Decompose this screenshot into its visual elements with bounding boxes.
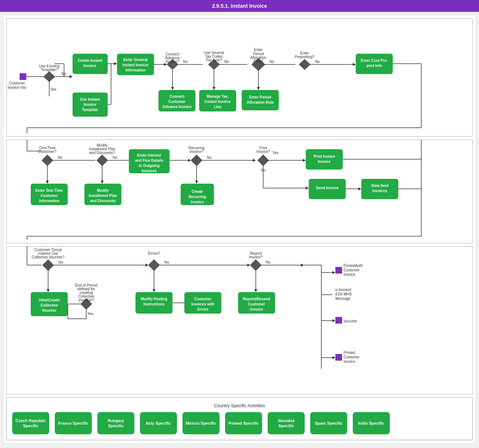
svg-text:Recurring: Recurring — [188, 195, 206, 199]
svg-text:Template: Template — [82, 108, 98, 112]
svg-text:Modify Posting: Modify Posting — [141, 297, 167, 301]
svg-marker-167 — [254, 289, 257, 292]
svg-text:Instant Invoice: Instant Invoice — [205, 100, 231, 104]
svg-text:No: No — [269, 60, 274, 64]
svg-text:Instant Invoice: Instant Invoice — [123, 63, 148, 67]
svg-text:Advance Invoice: Advance Invoice — [163, 105, 192, 109]
svg-text:Template?: Template? — [41, 68, 58, 72]
voucher-end — [335, 317, 342, 324]
svg-text:No: No — [266, 260, 271, 264]
country-box-poland[interactable]: Poland Specific — [225, 412, 262, 434]
svg-text:Invoice?: Invoice? — [256, 150, 270, 154]
svg-text:Voucher: Voucher — [344, 319, 357, 323]
svg-marker-118 — [358, 187, 361, 190]
svg-text:Reprint/Resend: Reprint/Resend — [243, 297, 270, 301]
svg-text:Allocation Rule: Allocation Rule — [247, 100, 274, 104]
svg-text:Yes: Yes — [87, 312, 93, 316]
svg-text:Invoice?: Invoice? — [165, 60, 180, 64]
svg-text:Enter Cust Pre-: Enter Cust Pre- — [361, 58, 388, 63]
svg-text:Invoice: Invoice — [344, 273, 355, 277]
svg-marker-183 — [332, 319, 335, 322]
svg-marker-59 — [353, 63, 356, 66]
svg-marker-186 — [332, 356, 335, 359]
svg-text:Invoices: Invoices — [372, 189, 387, 193]
svg-text:View Sent: View Sent — [371, 184, 389, 188]
svg-text:Errors: Errors — [197, 307, 208, 311]
section-1: Customer Invoice Info Use Existing Templ… — [6, 18, 473, 137]
svg-text:Yes: Yes — [50, 87, 56, 91]
svg-text:Enter Interest: Enter Interest — [137, 153, 161, 157]
svg-marker-101 — [195, 181, 198, 184]
country-box-czech-republic[interactable]: Czech RepublicSpecific — [12, 412, 49, 434]
svg-text:Invoice Info: Invoice Info — [7, 86, 27, 90]
diamond-modify-installment — [97, 155, 108, 166]
svg-text:Enter One-Time: Enter One-Time — [36, 188, 63, 193]
svg-text:and Fine Details: and Fine Details — [135, 158, 164, 163]
svg-text:Print Instant: Print Instant — [314, 154, 335, 158]
svg-text:Enter Period: Enter Period — [249, 95, 271, 99]
country-box-italy[interactable]: Italy Specific — [140, 412, 177, 434]
svg-text:Invoices with: Invoices with — [191, 302, 215, 306]
customer-invoice-start — [20, 73, 26, 80]
country-section-title: Country Specific Activities — [12, 403, 467, 408]
svg-text:Per Line?: Per Line? — [206, 58, 222, 62]
svg-text:Send Invoice: Send Invoice — [316, 186, 339, 190]
country-box-mexico[interactable]: Mexico Specific — [182, 412, 220, 434]
svg-text:Customer: Customer — [344, 355, 360, 359]
svg-marker-52 — [257, 87, 260, 90]
svg-text:Invoice: Invoice — [344, 360, 355, 364]
country-box-india[interactable]: India Specific — [353, 412, 390, 434]
svg-text:Information: Information — [125, 68, 146, 72]
svg-text:Installment Plan: Installment Plan — [89, 194, 117, 198]
svg-text:Message: Message — [335, 297, 351, 301]
svg-text:Modify: Modify — [97, 188, 109, 193]
country-box-spain[interactable]: Spain Specific — [310, 412, 347, 434]
svg-text:Customer: Customer — [41, 194, 58, 198]
svg-text:Invoice: Invoice — [191, 200, 204, 204]
diamond-print-invoice — [258, 155, 269, 166]
svg-text:Voucher?: Voucher? — [78, 298, 94, 302]
svg-text:EDI/ MHS: EDI/ MHS — [335, 292, 352, 296]
svg-marker-174 — [332, 271, 335, 274]
svg-text:Create Instant: Create Instant — [78, 58, 103, 63]
title-text: 2.9.5.1. Instant Invoice — [212, 3, 267, 9]
diamond-use-existing-template — [44, 71, 55, 82]
svg-text:Create: Create — [191, 190, 203, 194]
svg-text:Collective: Collective — [40, 303, 58, 307]
svg-text:and Discounts?: and Discounts? — [90, 151, 115, 155]
diamond-errors — [148, 260, 160, 271]
section2-svg: One-Time Customer? No Enter One-Time Cus… — [7, 140, 469, 240]
title-bar: 2.9.5.1. Instant Invoice — [0, 0, 479, 12]
svg-text:Information: Information — [39, 199, 60, 203]
svg-marker-152 — [247, 264, 250, 267]
svg-text:No: No — [183, 60, 188, 64]
svg-marker-41 — [212, 87, 215, 90]
svg-text:Manage Tax,: Manage Tax, — [207, 94, 228, 98]
posted-auth-end — [335, 267, 342, 274]
svg-text:No: No — [224, 60, 229, 64]
country-box-france[interactable]: France Specific — [55, 412, 92, 434]
svg-marker-135 — [47, 289, 50, 292]
section3-svg: Customer Group marked Use Collective Vou… — [7, 247, 469, 391]
svg-text:Invoice: Invoice — [84, 103, 97, 107]
svg-marker-165 — [301, 264, 304, 267]
svg-text:Preposting?: Preposting? — [295, 55, 315, 59]
svg-text:Invoice: Invoice — [318, 160, 331, 164]
country-box-slovakia[interactable]: SlovakiaSpecific — [268, 412, 305, 434]
svg-marker-83 — [101, 181, 104, 184]
svg-text:No: No — [207, 156, 212, 160]
svg-marker-19 — [114, 62, 117, 65]
printed-customer-invoice-end — [335, 354, 342, 361]
svg-marker-6 — [70, 75, 73, 78]
svg-marker-73 — [46, 181, 49, 184]
country-box-hungary[interactable]: Hungary Specific — [97, 412, 134, 434]
svg-marker-99 — [253, 159, 256, 162]
svg-text:View/Create: View/Create — [39, 298, 60, 302]
svg-text:Invoices: Invoices — [142, 169, 157, 173]
section-2: One-Time Customer? No Enter One-Time Cus… — [6, 140, 473, 243]
svg-text:Rule?: Rule? — [254, 59, 264, 63]
svg-text:Printed: Printed — [344, 351, 355, 355]
country-boxes-container: Czech RepublicSpecific France Specific H… — [12, 412, 467, 434]
svg-text:Yes: Yes — [272, 151, 278, 155]
svg-text:Invoice: Invoice — [250, 307, 263, 311]
